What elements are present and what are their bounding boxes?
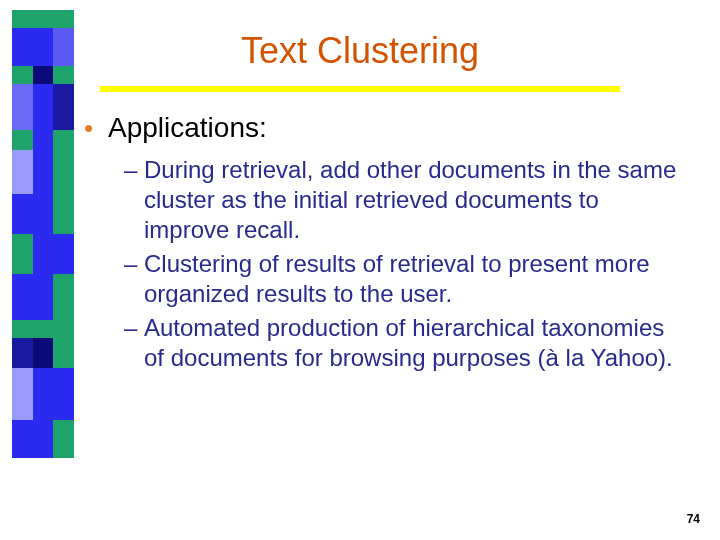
deco-cell xyxy=(12,10,33,28)
deco-row xyxy=(12,338,74,368)
deco-row xyxy=(12,10,74,28)
deco-row xyxy=(12,194,74,234)
sub-text: Automated production of hierarchical tax… xyxy=(144,313,680,373)
slide: Text Clustering • Applications: – During… xyxy=(0,0,720,540)
deco-cell xyxy=(12,274,33,320)
deco-row xyxy=(12,130,74,150)
deco-cell xyxy=(12,320,33,338)
deco-row xyxy=(12,234,74,274)
dash-icon: – xyxy=(124,249,144,309)
deco-row xyxy=(12,320,74,338)
deco-cell xyxy=(53,10,74,28)
deco-cell xyxy=(53,234,74,274)
deco-cell xyxy=(12,338,33,368)
deco-row xyxy=(12,150,74,194)
sub-list: – During retrieval, add other documents … xyxy=(124,155,680,373)
deco-cell xyxy=(33,10,54,28)
deco-cell xyxy=(33,84,54,130)
deco-cell xyxy=(12,368,33,420)
deco-cell xyxy=(53,420,74,458)
bullet-dot-icon: • xyxy=(84,112,108,145)
dash-icon: – xyxy=(124,313,144,373)
dash-icon: – xyxy=(124,155,144,245)
slide-title: Text Clustering xyxy=(0,30,720,72)
deco-cell xyxy=(33,368,54,420)
bullet-label: Applications: xyxy=(108,110,267,145)
deco-cell xyxy=(53,194,74,234)
deco-row xyxy=(12,84,74,130)
deco-cell xyxy=(12,130,33,150)
list-item: – Clustering of results of retrieval to … xyxy=(124,249,680,309)
deco-cell xyxy=(33,194,54,234)
decorative-band xyxy=(12,10,74,458)
deco-row xyxy=(12,420,74,458)
deco-cell xyxy=(53,368,74,420)
deco-cell xyxy=(12,194,33,234)
deco-cell xyxy=(33,130,54,150)
deco-cell xyxy=(53,338,74,368)
deco-row xyxy=(12,274,74,320)
page-number: 74 xyxy=(687,512,700,526)
deco-cell xyxy=(33,420,54,458)
deco-cell xyxy=(53,150,74,194)
deco-cell xyxy=(33,234,54,274)
deco-cell xyxy=(12,420,33,458)
deco-cell xyxy=(53,84,74,130)
deco-cell xyxy=(33,320,54,338)
sub-text: During retrieval, add other documents in… xyxy=(144,155,680,245)
deco-cell xyxy=(12,150,33,194)
sub-text: Clustering of results of retrieval to pr… xyxy=(144,249,680,309)
content-area: • Applications: – During retrieval, add … xyxy=(84,110,680,377)
list-item: – Automated production of hierarchical t… xyxy=(124,313,680,373)
deco-cell xyxy=(53,320,74,338)
list-item: – During retrieval, add other documents … xyxy=(124,155,680,245)
deco-cell xyxy=(33,150,54,194)
deco-cell xyxy=(33,338,54,368)
deco-cell xyxy=(53,274,74,320)
deco-cell xyxy=(33,274,54,320)
bullet-item: • Applications: xyxy=(84,110,680,145)
deco-cell xyxy=(12,234,33,274)
deco-row xyxy=(12,368,74,420)
title-underline xyxy=(100,86,620,92)
deco-cell xyxy=(12,84,33,130)
deco-cell xyxy=(53,130,74,150)
